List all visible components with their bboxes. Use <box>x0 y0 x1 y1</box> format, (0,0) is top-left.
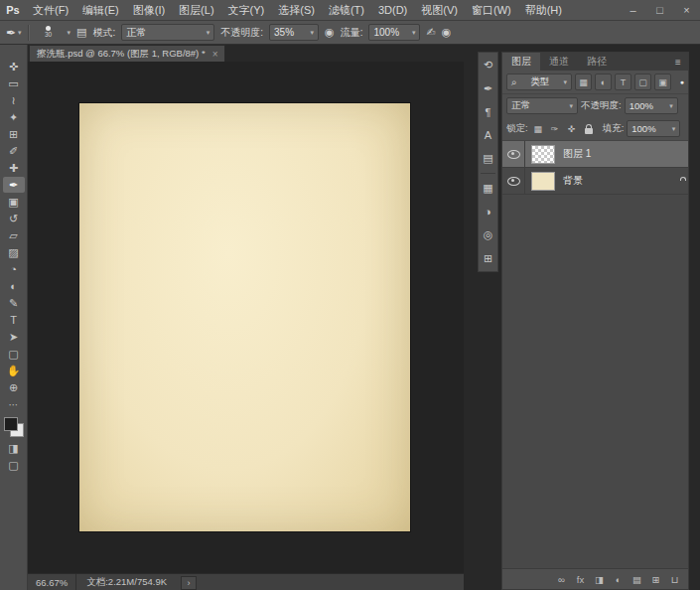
status-options-chevron[interactable]: › <box>181 576 197 590</box>
visibility-toggle[interactable] <box>502 168 525 194</box>
lock-position-icon[interactable]: ✜ <box>565 122 579 136</box>
tab-channels[interactable]: 通道 <box>540 53 578 71</box>
panel-menu-icon[interactable]: ≡ <box>668 53 688 71</box>
chevron-down-icon[interactable]: ▾ <box>68 29 71 37</box>
pen-tool[interactable]: ✎ <box>3 295 25 311</box>
crop-tool[interactable]: ⊞ <box>3 126 25 142</box>
pressure-opacity-icon[interactable]: ◉ <box>325 26 335 39</box>
character-panel-icon[interactable]: A <box>485 129 491 141</box>
canvas-workspace[interactable] <box>28 62 464 573</box>
move-tool[interactable]: ✜ <box>3 59 25 74</box>
history-brush-tool[interactable]: ↺ <box>3 211 25 226</box>
menu-type[interactable]: 文字(Y) <box>221 0 272 20</box>
brush-presets-panel-icon[interactable]: ✒ <box>484 82 492 95</box>
menu-view[interactable]: 视图(V) <box>414 0 465 20</box>
tab-paths[interactable]: 路径 <box>578 53 616 71</box>
brush-tool[interactable]: ✒ <box>3 177 25 193</box>
zoom-level-field[interactable]: 66.67% <box>28 574 76 590</box>
link-layers-icon[interactable]: ∞ <box>556 574 567 585</box>
foreground-color-swatch[interactable] <box>4 417 18 431</box>
filter-type-layers-icon[interactable]: T <box>615 74 631 90</box>
clone-stamp-tool[interactable]: ▣ <box>3 194 25 210</box>
new-adjustment-layer-icon[interactable]: ◐ <box>613 574 624 585</box>
lock-pixels-icon[interactable]: ✑ <box>548 122 562 136</box>
layer-blend-mode-value: 正常 <box>511 99 530 112</box>
lock-all-icon[interactable] <box>582 122 596 136</box>
dodge-tool[interactable]: ◐ <box>3 278 25 294</box>
close-button[interactable]: × <box>673 0 700 20</box>
menu-image[interactable]: 图像(I) <box>126 0 172 20</box>
opacity-select[interactable]: 35% ▾ <box>269 24 319 41</box>
new-layer-icon[interactable]: ⊞ <box>650 574 661 585</box>
rectangle-tool[interactable]: ▢ <box>3 346 25 362</box>
quick-mask-icon[interactable]: ◨ <box>3 440 25 456</box>
type-tool[interactable]: T <box>3 312 25 328</box>
paragraph-panel-icon[interactable]: ¶ <box>486 106 491 118</box>
eraser-tool[interactable]: ▱ <box>3 227 25 243</box>
lock-transparency-icon[interactable]: ▦ <box>531 122 545 136</box>
filter-kind-select[interactable]: ⌕ 类型 ▾ <box>506 74 572 90</box>
toolbar-ellipsis-icon[interactable]: ⋯ <box>9 399 19 410</box>
layer-style-icon[interactable]: fx <box>575 574 586 585</box>
filter-pixel-layers-icon[interactable]: ▦ <box>575 74 592 90</box>
layer-thumbnail[interactable] <box>531 172 555 191</box>
layer-name[interactable]: 图层 1 <box>561 147 688 161</box>
add-layer-mask-icon[interactable]: ◨ <box>594 574 605 585</box>
tab-close-icon[interactable]: × <box>212 49 218 60</box>
layer-name[interactable]: 背景 <box>561 174 679 188</box>
tool-preset-picker[interactable]: ✒ ▾ <box>6 26 22 40</box>
menu-select[interactable]: 选择(S) <box>271 0 322 20</box>
maximize-button[interactable]: □ <box>646 0 673 20</box>
menu-layer[interactable]: 图层(L) <box>172 0 220 20</box>
menu-edit[interactable]: 编辑(E) <box>75 0 126 20</box>
color-swatches[interactable] <box>3 416 25 438</box>
filter-shape-layers-icon[interactable]: ▢ <box>634 74 651 90</box>
spot-healing-brush-tool[interactable]: ✚ <box>3 160 25 176</box>
menu-3d[interactable]: 3D(D) <box>371 0 414 20</box>
filter-adjustment-layers-icon[interactable]: ◐ <box>595 74 612 90</box>
layer-opacity-select[interactable]: 100% ▾ <box>625 97 678 114</box>
filter-smart-objects-icon[interactable]: ▣ <box>654 74 671 90</box>
adjustments-panel-icon[interactable]: ◑ <box>485 206 491 218</box>
path-selection-tool[interactable]: ➤ <box>3 329 25 345</box>
flow-label: 流量: <box>341 26 363 40</box>
navigator-panel-icon[interactable]: ⊞ <box>484 252 492 265</box>
filter-toggle-icon[interactable]: ● <box>680 78 684 85</box>
flow-select[interactable]: 100% ▾ <box>368 24 420 41</box>
layer-row-background[interactable]: 背景 <box>502 168 688 195</box>
layer-blend-mode-select[interactable]: 正常 ▾ <box>506 97 578 114</box>
gradient-tool[interactable]: ▨ <box>3 244 25 260</box>
brush-preset-picker[interactable]: 30 <box>36 26 62 39</box>
document-tab[interactable]: 擦洗瓶.psd @ 66.7% (图层 1, RGB/8#) * × <box>29 45 225 62</box>
zoom-tool[interactable]: ⊕ <box>3 379 25 395</box>
swatches-panel-icon[interactable]: ▦ <box>483 182 492 195</box>
blend-mode-select[interactable]: 正常 ▾ <box>121 24 214 41</box>
delete-layer-icon[interactable]: ⊔ <box>669 574 680 585</box>
info-panel-icon[interactable]: ◎ <box>484 228 493 241</box>
menu-help[interactable]: 帮助(H) <box>518 0 569 20</box>
visibility-toggle[interactable] <box>502 141 525 167</box>
menu-file[interactable]: 文件(F) <box>26 0 75 20</box>
blur-tool[interactable]: ◔ <box>3 261 25 277</box>
styles-panel-icon[interactable]: ▤ <box>483 152 492 165</box>
new-group-icon[interactable]: ▤ <box>631 574 642 585</box>
eyedropper-tool[interactable]: ✐ <box>3 143 25 159</box>
document-size-info: 文档:2.21M/754.9K <box>76 576 177 589</box>
screen-mode-icon[interactable]: ▢ <box>3 457 25 473</box>
pressure-size-icon[interactable]: ◉ <box>442 26 452 39</box>
layer-row-layer1[interactable]: 图层 1 <box>502 141 688 168</box>
menu-filter[interactable]: 滤镜(T) <box>322 0 371 20</box>
history-panel-icon[interactable]: ⟲ <box>484 59 492 72</box>
airbrush-icon[interactable]: ✍ <box>426 26 435 39</box>
layer-thumbnail[interactable] <box>531 145 555 164</box>
lasso-tool[interactable]: ≀ <box>3 92 25 108</box>
toggle-brush-panel-icon[interactable]: ▤ <box>76 26 86 39</box>
layer-fill-select[interactable]: 100% ▾ <box>627 120 680 137</box>
hand-tool[interactable]: ✋ <box>3 363 25 378</box>
document-canvas[interactable] <box>79 103 410 531</box>
quick-selection-tool[interactable]: ✦ <box>3 109 25 125</box>
rectangular-marquee-tool[interactable]: ▭ <box>3 75 25 91</box>
minimize-button[interactable]: – <box>620 0 646 20</box>
tab-layers[interactable]: 图层 <box>502 53 540 71</box>
menu-window[interactable]: 窗口(W) <box>465 0 518 20</box>
